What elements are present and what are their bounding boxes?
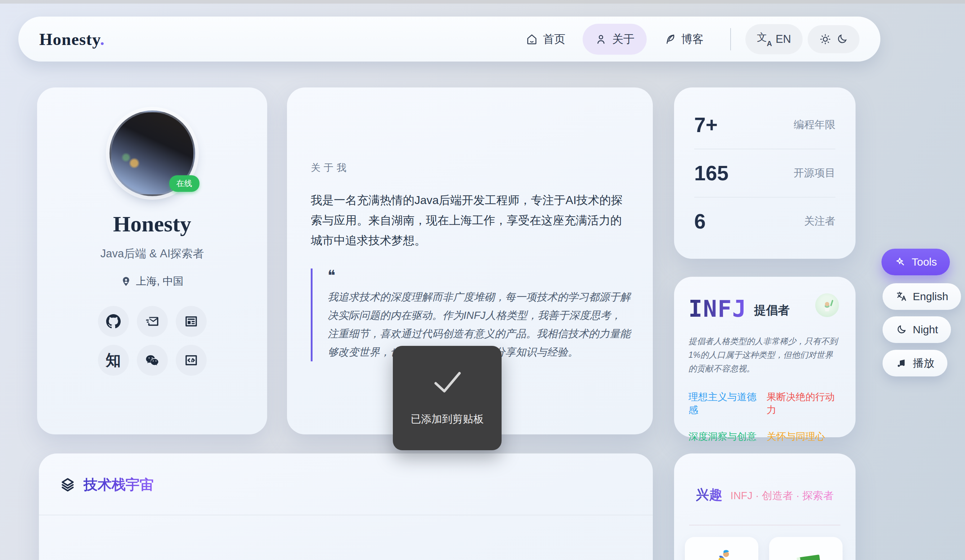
user-icon [595, 33, 607, 45]
interests-card: 兴趣 INFJ · 创造者 · 探索者 [674, 454, 855, 560]
stat-row-followers: 6 关注者 [694, 198, 835, 245]
tech-stack-card: 技术栈宇宙 Spring Security MyBatis Hexo Postg… [39, 454, 653, 560]
stat-value: 7+ [694, 113, 718, 137]
github-link[interactable] [98, 306, 129, 337]
wechat-icon [145, 353, 160, 368]
tools-button[interactable]: Tools [882, 249, 950, 275]
home-icon [526, 33, 538, 45]
about-intro-text: 我是一名充满热情的Java后端开发工程师，专注于AI技术的探索与应用。来自湖南，… [311, 190, 631, 250]
toast-message: 已添加到剪贴板 [411, 412, 484, 426]
play-music-button[interactable]: 播放 [883, 350, 947, 376]
newspaper-icon [184, 314, 199, 329]
language-switch-button[interactable]: English [883, 283, 961, 310]
nav-menu: 首页 关于 博客 文A EN [514, 24, 859, 55]
mbti-type-label: 提倡者 [754, 302, 790, 318]
checkmark-icon [429, 368, 465, 395]
site-logo[interactable]: Honesty. [39, 29, 105, 49]
zhihu-icon: 知 [106, 353, 121, 368]
trait-idealism: 理想主义与道德感 [689, 390, 763, 416]
feather-icon [664, 33, 676, 45]
zhihu-link[interactable]: 知 [98, 345, 129, 376]
mbti-type: INFJ [689, 296, 747, 322]
code-link[interactable] [176, 345, 207, 376]
trait-insight: 深度洞察与创意 [689, 430, 763, 443]
quote-mark-icon: ❝ [328, 268, 631, 283]
language-label: EN [775, 33, 791, 46]
github-icon [106, 314, 121, 329]
profile-location: 上海, 中国 [121, 274, 183, 289]
tech-word-cloud: Spring Security MyBatis Hexo Postgresql … [39, 515, 653, 560]
blog-link[interactable] [176, 306, 207, 337]
trait-empathy: 关怀与同理心 [767, 430, 841, 443]
logo-dot: . [100, 30, 105, 49]
tech-stack-title: 技术栈宇宙 [83, 475, 154, 495]
wechat-link[interactable] [137, 345, 168, 376]
theme-toggle[interactable] [808, 25, 859, 53]
tools-label: Tools [912, 256, 937, 268]
online-status-badge: 在线 [169, 175, 200, 192]
stats-card: 7+ 编程年限 165 开源项目 6 关注者 [674, 87, 855, 259]
cycling-icon [702, 548, 741, 560]
nav-item-home[interactable]: 首页 [514, 24, 577, 55]
night-mode-button[interactable]: Night [883, 316, 951, 343]
interest-tiles [674, 526, 855, 560]
nav-item-label: 博客 [681, 32, 703, 47]
location-pin-icon [121, 276, 131, 287]
profile-role: Java后端 & AI探索者 [100, 246, 204, 261]
email-link[interactable] [137, 306, 168, 337]
advocate-avatar [815, 293, 839, 317]
moon-icon [836, 33, 848, 45]
profile-card: 在线 Honesty Java后端 & AI探索者 上海, 中国 知 [37, 87, 267, 434]
stat-label: 编程年限 [793, 118, 835, 132]
translate-icon [896, 291, 907, 302]
stat-value: 165 [694, 161, 728, 185]
nav-item-about[interactable]: 关于 [582, 24, 647, 55]
nav-divider [730, 28, 731, 51]
navbar: Honesty. 首页 关于 博客 文A EN [18, 16, 880, 62]
mbti-description: 提倡者人格类型的人非常稀少，只有不到1%的人口属于这种类型，但他们对世界的贡献不… [689, 334, 841, 376]
sparkle-wand-icon [895, 256, 906, 268]
books-icon [786, 548, 826, 560]
sun-icon [819, 33, 831, 45]
moon-icon [896, 324, 907, 335]
interests-title: 兴趣 [696, 486, 723, 504]
nav-item-label: 首页 [543, 32, 565, 47]
interest-tile-reading[interactable] [769, 537, 842, 560]
wizard-icon [815, 293, 839, 317]
music-note-icon [896, 358, 907, 369]
interest-tile-cycling[interactable] [685, 537, 758, 560]
about-section-label: 关于我 [311, 161, 629, 174]
nav-item-blog[interactable]: 博客 [652, 24, 716, 55]
interests-subtitle: INFJ · 创造者 · 探索者 [731, 489, 834, 503]
page: Honesty. 首页 关于 博客 文A EN [0, 0, 965, 560]
mbti-traits: 理想主义与道德感 果断决绝的行动力 深度洞察与创意 关怀与同理心 [689, 390, 841, 443]
social-links: 知 [98, 306, 207, 376]
stat-value: 6 [694, 209, 706, 233]
code-icon [184, 353, 199, 368]
trait-decisive: 果断决绝的行动力 [767, 390, 841, 416]
language-switch-label: English [913, 291, 948, 303]
night-mode-label: Night [913, 323, 938, 336]
mbti-card: INFJ 提倡者 提倡者人格类型的人非常稀少，只有不到1%的人口属于这种类型，但… [674, 277, 855, 437]
translate-icon: 文A [757, 32, 771, 46]
profile-name: Honesty [113, 211, 191, 237]
email-send-icon [145, 314, 160, 329]
layers-icon [60, 477, 75, 493]
clipboard-toast: 已添加到剪贴板 [393, 346, 502, 450]
play-music-label: 播放 [913, 356, 934, 371]
language-toggle[interactable]: 文A EN [745, 24, 803, 54]
stat-row-open-source: 165 开源项目 [694, 149, 835, 197]
nav-item-label: 关于 [612, 32, 635, 47]
stat-row-coding-years: 7+ 编程年限 [694, 101, 835, 149]
stat-label: 关注者 [804, 214, 835, 229]
stat-label: 开源项目 [793, 166, 835, 180]
